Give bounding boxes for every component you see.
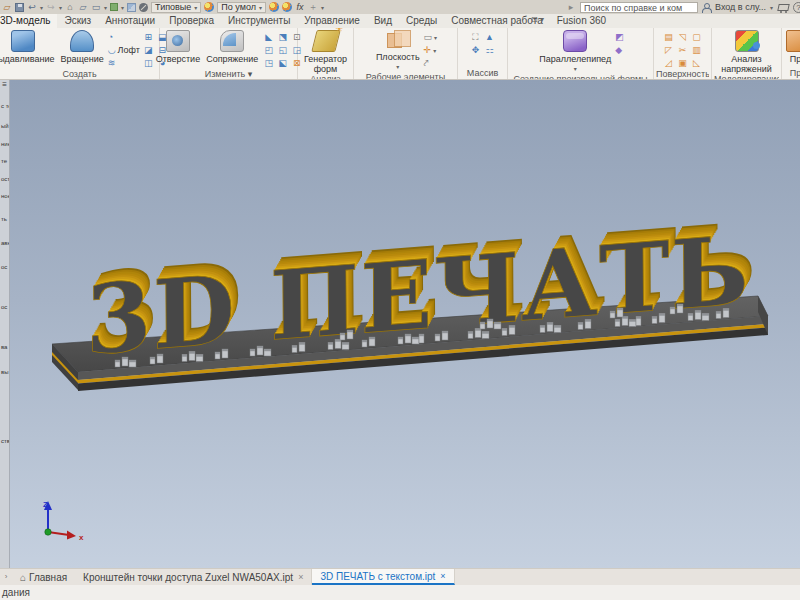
group-label-analysis[interactable]: Анализ <box>300 74 351 79</box>
repair-icon[interactable]: ◺ <box>690 57 703 69</box>
convert-button[interactable]: Пре <box>784 29 800 64</box>
group-label-freeform[interactable]: Создание произвольной формы <box>510 74 651 79</box>
boundary-icon[interactable]: ▣ <box>676 57 689 69</box>
axis-icon[interactable]: ▭ <box>424 31 433 43</box>
freeform-convert-icon[interactable]: ◆ <box>615 44 622 56</box>
home-tab[interactable]: ⌂ Главная <box>12 569 75 585</box>
shape-generator-button[interactable]: Генератор форм <box>298 29 354 74</box>
browser-text-fragment: ос <box>1 304 7 310</box>
loft-button[interactable]: ◡Лофт <box>108 44 140 56</box>
adjust-icon[interactable] <box>269 2 279 12</box>
parameters-fx-icon[interactable]: fx <box>295 1 305 13</box>
thicken-icon[interactable]: ◳ <box>262 57 275 69</box>
appearance-wheel-icon[interactable] <box>204 2 214 12</box>
ribbon-tab-6[interactable]: Управление <box>297 14 367 28</box>
chamfer-icon[interactable]: ◣ <box>262 31 275 43</box>
point-icon[interactable]: ✛ <box>424 44 432 56</box>
close-tab-icon[interactable]: × <box>440 571 445 581</box>
browser-menu-icon[interactable]: ≡ <box>0 80 9 89</box>
freeform-plane-icon[interactable]: ◩ <box>615 31 624 43</box>
group-label-surface[interactable]: Поверхность <box>656 69 709 79</box>
open-icon[interactable]: ▱ <box>2 1 12 13</box>
document-tab-1[interactable]: Кронштейн точки доступа Zuxel NWA50AX.ip… <box>75 569 312 585</box>
help-icon[interactable]: ? <box>793 2 800 13</box>
save-icon[interactable] <box>15 3 24 12</box>
camera-view-caret-icon[interactable]: ⊡ ▾ <box>531 15 544 24</box>
sculpt-icon[interactable]: ✂ <box>676 44 689 56</box>
update-icon[interactable]: ▭ <box>91 1 101 13</box>
undo-caret-icon[interactable]: ▾ <box>40 4 43 11</box>
plane-button[interactable]: Плоскость▾ <box>374 29 422 72</box>
material-clear-icon[interactable] <box>139 3 148 12</box>
ribbon-group-create: Выдавливание Вращение ◔ ◡Лофт ≋ ⊞⬓ ◪⊟ ◫◕… <box>0 28 160 79</box>
hole-button[interactable]: Отверстие <box>154 29 202 64</box>
rectangular-pattern-icon[interactable]: ⛶ <box>469 31 482 43</box>
ribbon-tab-10[interactable]: Fusion 360 <box>550 14 613 28</box>
ribbon-tab-5[interactable]: Инструменты <box>221 14 297 28</box>
circular-pattern-icon[interactable]: ✥ <box>469 44 482 56</box>
group-label-simulation[interactable]: Моделирование <box>714 74 779 79</box>
ribbon-tab-2[interactable]: Эскиз <box>57 14 98 28</box>
model-text-3d[interactable]: 3D ПЕЧАТЬ3D ПЕЧАТЬ3D ПЕЧАТЬ3D ПЕЧАТЬ3D П… <box>85 201 757 376</box>
split-icon[interactable]: ◱ <box>276 44 289 56</box>
home-icon[interactable]: ⌂ <box>65 1 75 13</box>
offset-icon[interactable]: ◿ <box>662 57 675 69</box>
group-label-pattern[interactable]: Массив <box>460 68 505 79</box>
thread-icon[interactable]: ◰ <box>262 44 275 56</box>
search-arrow-icon[interactable]: ▸ <box>566 1 576 13</box>
ribbon-tab-4[interactable]: Проверка <box>162 14 221 28</box>
group-label-work-features[interactable]: Рабочие элементы <box>356 72 455 79</box>
delete-face-icon[interactable]: ⬕ <box>276 57 289 69</box>
model-browser-strip[interactable]: ≡ с теый пниетеостноетьавнососвавыств <box>0 80 10 568</box>
component-icon[interactable] <box>127 3 136 12</box>
coil-icon[interactable]: ◔ <box>108 31 113 43</box>
plus-icon[interactable]: ＋ <box>308 1 318 13</box>
ruled-icon[interactable]: ▥ <box>690 44 703 56</box>
store-cart-icon[interactable] <box>777 3 789 12</box>
measure-icon[interactable] <box>110 3 118 11</box>
qat-customize-caret-icon[interactable]: ▾ <box>321 4 324 11</box>
sign-in-button[interactable]: Вход в слу... <box>715 2 766 12</box>
ribbon-tab-8[interactable]: Среды <box>399 14 444 28</box>
sign-in-caret-icon[interactable]: ▾ <box>770 4 773 11</box>
mirror-icon[interactable]: ▲ <box>483 31 496 43</box>
stress-analysis-icon <box>735 30 759 52</box>
group-label-modify[interactable]: Изменить ▾ <box>162 69 295 79</box>
revolve-button[interactable]: Вращение <box>58 29 105 64</box>
3d-viewport[interactable]: 3D ПЕЧАТЬ3D ПЕЧАТЬ3D ПЕЧАТЬ3D ПЕЧАТЬ3D П… <box>10 80 800 568</box>
clear-appearance-icon[interactable] <box>282 2 292 12</box>
ribbon-tab-1[interactable]: 3D-модель <box>0 14 57 28</box>
group-label-create[interactable]: Создать <box>2 69 157 79</box>
document-tab-2[interactable]: 3D ПЕЧАТЬ с текстом.ipt× <box>312 569 454 585</box>
shell-icon[interactable]: ⬔ <box>276 31 289 43</box>
group-label-convert[interactable]: Пре <box>784 68 800 79</box>
ribbon-tab-strip: 3D-модельЭскизАннотацииПроверкаИнструмен… <box>0 14 800 28</box>
freeform-box-icon <box>563 30 587 52</box>
ucs-icon[interactable]: ⤤ <box>424 57 429 69</box>
update-caret-icon[interactable]: ▾ <box>104 4 107 11</box>
shape-generator-icon <box>311 30 340 52</box>
sweep-icon[interactable]: ≋ <box>108 57 116 69</box>
trim-icon[interactable]: ▢ <box>690 31 703 43</box>
fillet-button[interactable]: Сопряжение <box>204 29 260 64</box>
sketch-pattern-icon[interactable]: ⚏ <box>483 44 496 56</box>
status-text: дания <box>2 587 30 598</box>
appearance-combo[interactable]: По умол▾ <box>217 2 266 13</box>
redo-icon[interactable]: ↪ <box>46 1 56 13</box>
extend-icon[interactable]: ◸ <box>662 44 675 56</box>
measure-caret-icon[interactable]: ▾ <box>121 4 124 11</box>
extrude-button[interactable]: Выдавливание <box>0 29 56 64</box>
sketch-icon[interactable]: ▱ <box>78 1 88 13</box>
ribbon-tab-7[interactable]: Вид <box>367 14 399 28</box>
tab-scroll-icon[interactable]: › <box>0 569 12 585</box>
material-combo[interactable]: Типовые▾ <box>151 2 201 13</box>
ribbon-tab-3[interactable]: Аннотации <box>98 14 162 28</box>
patch-icon[interactable]: ◹ <box>676 31 689 43</box>
freeform-box-button[interactable]: Параллелепипед▾ <box>537 29 613 74</box>
help-search-input[interactable]: Поиск по справке и ком <box>580 2 698 13</box>
stress-analysis-button[interactable]: Анализ напряжений <box>714 29 780 74</box>
close-tab-icon[interactable]: × <box>298 572 303 582</box>
stitch-icon[interactable]: ▤ <box>662 31 675 43</box>
redo-caret-icon[interactable]: ▾ <box>59 4 62 11</box>
undo-icon[interactable]: ↩ <box>27 1 37 13</box>
